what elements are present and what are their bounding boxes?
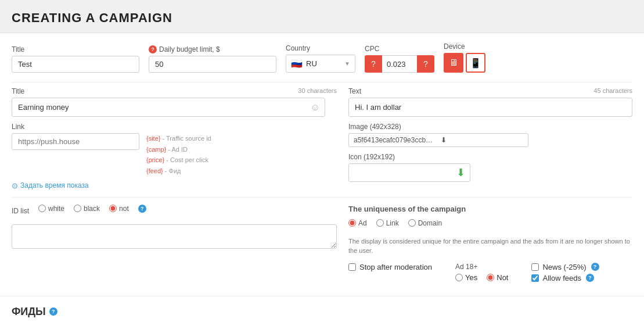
uniqueness-ad-radio[interactable]: [348, 219, 356, 227]
news-checkbox[interactable]: [531, 263, 539, 271]
stop-mod-checkbox[interactable]: [348, 263, 356, 271]
ad-text-input[interactable]: Hi. I am dollar: [349, 98, 614, 116]
id-list-not-option[interactable]: not: [109, 205, 129, 213]
id-list-white-option[interactable]: white: [38, 205, 64, 213]
page-header: CREATING A CAMPAIGN: [0, 0, 644, 33]
id-list-label: ID list: [12, 207, 29, 215]
feeds-help-icon[interactable]: ?: [49, 307, 57, 316]
cpc-help-button[interactable]: ?: [417, 55, 434, 73]
ad-text-group: Text 45 characters Hi. I am dollar: [348, 87, 632, 117]
stop-mod-item[interactable]: Stop after moderation: [348, 263, 432, 271]
image-upload-icon[interactable]: ⬇: [441, 136, 523, 144]
image-label: Image (492x328): [348, 123, 632, 131]
device-buttons: 🖥 📱: [444, 53, 485, 73]
ad-title-wrap: Earning money ☺: [12, 98, 325, 117]
id-list-black-option[interactable]: black: [74, 205, 100, 213]
campaign-title-input[interactable]: Test: [12, 56, 139, 73]
ad-title-input[interactable]: Earning money: [12, 98, 325, 116]
budget-hint-icon[interactable]: ?: [149, 45, 157, 53]
device-desktop-button[interactable]: 🖥: [444, 53, 463, 73]
news-item[interactable]: News (-25%) ?: [531, 263, 599, 271]
allow-feeds-checkbox[interactable]: [531, 274, 539, 282]
ad-title-group: Title 30 characters Earning money ☺: [12, 87, 337, 117]
icon-label: Icon (192x192): [348, 153, 632, 161]
uniqueness-description: The display is considered unique for the…: [348, 237, 632, 256]
country-code: RU: [306, 59, 317, 68]
right-bottom-col: The uniqueness of the campaign Ad Link D…: [348, 205, 632, 287]
budget-label: Daily budget limit, $: [159, 45, 220, 53]
ad18-no-radio[interactable]: [487, 274, 494, 281]
device-mobile-button[interactable]: 📱: [466, 53, 485, 73]
dropdown-arrow-icon: ▼: [344, 60, 350, 67]
set-time-link[interactable]: ⊙ Задать время показа: [12, 181, 337, 190]
id-list-group: ID list white black not: [12, 205, 337, 249]
hint-feed-key: {feed}: [146, 167, 163, 174]
icon-upload-icon[interactable]: ⬇: [456, 166, 465, 179]
uniqueness-link-radio[interactable]: [376, 219, 384, 227]
id-list-white-label: white: [48, 205, 64, 213]
cpc-label: CPC: [365, 45, 434, 53]
ad-title-label: Title: [12, 87, 24, 95]
main-content: Title Test ? Daily budget limit, $ 50 Co…: [0, 33, 644, 296]
stop-mod-group: Stop after moderation: [348, 263, 432, 271]
bottom-section: ID list white black not: [12, 205, 632, 287]
cpc-value: 0.023: [382, 55, 417, 73]
ad-text-wrap: Hi. I am dollar: [348, 98, 632, 117]
image-group: Image (492x328) a5f6413ecafc079e3ccb513b…: [348, 123, 632, 147]
ad18-yes-option[interactable]: Yes: [455, 273, 477, 282]
allow-feeds-label: Allow feeds: [542, 274, 581, 282]
id-list-textarea[interactable]: [12, 224, 337, 249]
id-list-not-radio[interactable]: [109, 205, 117, 212]
id-list-section: ID list white black not: [12, 205, 337, 287]
icon-group: Icon (192x192) ⬇: [348, 153, 632, 182]
id-list-help-icon[interactable]: ?: [138, 205, 146, 213]
ad18-no-option[interactable]: Not: [487, 273, 508, 282]
id-list-black-radio[interactable]: [74, 205, 81, 212]
news-label: News (-25%): [542, 263, 586, 271]
uniqueness-radio-group: Ad Link Domain: [348, 219, 632, 227]
ad-content-row: Title 30 characters Earning money ☺ Link…: [12, 87, 632, 190]
bottom-options-row: Stop after moderation Ad 18+ Yes Not: [348, 263, 632, 287]
page-title: CREATING A CAMPAIGN: [12, 10, 632, 26]
left-ad-col: Title 30 characters Earning money ☺ Link…: [12, 87, 337, 190]
right-ad-col: Text 45 characters Hi. I am dollar Image…: [348, 87, 632, 190]
image-upload: a5f6413ecafc079e3ccb513b259b982b.png ⬇: [348, 133, 528, 147]
link-input[interactable]: [12, 133, 139, 150]
budget-input[interactable]: 50: [149, 56, 276, 73]
ad18-label: Ad 18+: [455, 263, 508, 271]
country-label: Country: [286, 44, 355, 52]
id-list-radio-group: white black not ?: [38, 205, 146, 213]
allow-feeds-help-icon[interactable]: ?: [586, 274, 594, 282]
uniqueness-title: The uniqueness of the campaign: [348, 205, 632, 213]
uniqueness-ad-option[interactable]: Ad: [348, 219, 367, 227]
feeds-title: ФИДЫ ?: [12, 306, 632, 318]
ad-title-char-count: 30 characters: [298, 87, 337, 95]
ad18-yes-label: Yes: [465, 273, 477, 282]
stop-mod-label: Stop after moderation: [359, 263, 432, 271]
link-hints: {site} - Traffic source id {camp} - Ad I…: [146, 133, 211, 177]
uniqueness-link-option[interactable]: Link: [376, 219, 399, 227]
device-group: Device 🖥 📱: [444, 42, 485, 73]
ad-text-char-count: 45 characters: [593, 87, 632, 95]
news-help-icon[interactable]: ?: [591, 263, 599, 271]
uniqueness-domain-radio[interactable]: [408, 219, 416, 227]
clock-icon: ⊙: [12, 181, 18, 190]
uniqueness-domain-option[interactable]: Domain: [408, 219, 442, 227]
cpc-control: ? 0.023 ?: [365, 55, 434, 73]
link-section: {site} - Traffic source id {camp} - Ad I…: [12, 133, 337, 177]
right-options-group: News (-25%) ? Allow feeds ?: [531, 263, 599, 282]
link-label: Link: [12, 123, 337, 131]
uniqueness-link-label: Link: [386, 219, 399, 227]
budget-group: ? Daily budget limit, $ 50: [149, 45, 276, 73]
id-list-white-radio[interactable]: [38, 205, 46, 212]
ad18-no-label: Not: [497, 273, 508, 282]
country-select[interactable]: 🇷🇺 RU ▼: [286, 55, 355, 73]
icon-upload: ⬇: [348, 163, 470, 182]
allow-feeds-item[interactable]: Allow feeds ?: [531, 274, 599, 282]
hint-price-key: {price}: [146, 156, 164, 163]
cpc-decrease-button[interactable]: ?: [365, 55, 382, 73]
ad18-yes-radio[interactable]: [455, 274, 463, 281]
link-group: Link {site} - Traffic source id {camp} -…: [12, 123, 337, 177]
emoji-icon[interactable]: ☺: [311, 102, 320, 113]
uniqueness-group: The uniqueness of the campaign Ad Link D…: [348, 205, 632, 256]
